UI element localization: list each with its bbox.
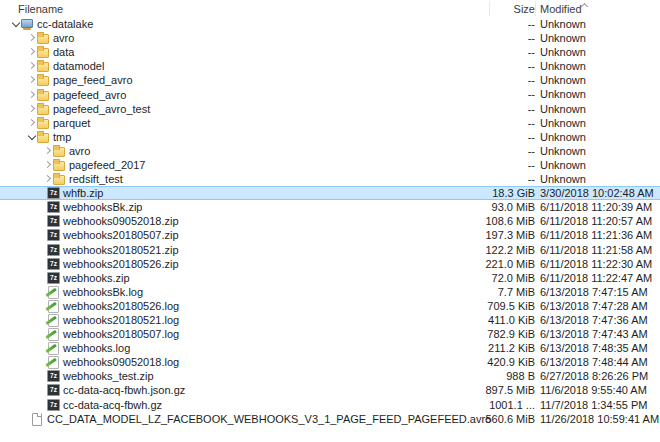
7zip-archive-icon: 7z <box>47 215 60 227</box>
file-name: webhooks_test.zip <box>63 370 154 382</box>
file-name: pagefeed_avro_test <box>53 103 150 115</box>
file-name: CC_DATA_MODEL_LZ_FACEBOOK_WEBHOOKS_V3_1_… <box>47 413 491 425</box>
tree-row[interactable]: 7zcc-data-acq-fbwh.json.gz897.5 MiB11/6/… <box>0 383 660 397</box>
folder-icon <box>53 173 66 185</box>
file-tree: cc-datalake--Unknownavro--Unknowndata--U… <box>0 17 660 426</box>
chevron-right-icon[interactable] <box>27 90 37 100</box>
file-size: 18.3 GiB <box>492 186 535 200</box>
tree-row[interactable]: 7zwhfb.zip18.3 GiB3/30/2018 10:02:48 AM <box>0 186 660 200</box>
tree-row[interactable]: pagefeed_avro--Unknown <box>0 87 660 101</box>
folder-icon <box>37 131 50 143</box>
tree-row[interactable]: webhooks20180526.log709.5 KiB6/13/2018 7… <box>0 299 660 313</box>
column-divider[interactable] <box>489 1 490 16</box>
tree-row[interactable]: data--Unknown <box>0 45 660 59</box>
tree-row[interactable]: page_feed_avro--Unknown <box>0 73 660 87</box>
column-divider[interactable] <box>535 1 536 16</box>
file-name: webhooks20180507.log <box>63 328 179 340</box>
tree-row[interactable]: avro--Unknown <box>0 144 660 158</box>
7zip-archive-icon: 7z <box>47 384 60 396</box>
file-modified: 6/11/2018 11:20:39 AM <box>540 200 652 214</box>
tree-row[interactable]: 7zwebhooks.zip72.0 MiB6/11/2018 11:22:47… <box>0 271 660 285</box>
archive-glyph: 7z <box>47 258 60 270</box>
tree-row[interactable]: 7zwebhooks20180507.zip197.3 MiB6/11/2018… <box>0 228 660 242</box>
chevron-up-icon[interactable] <box>581 3 589 9</box>
log-file-icon <box>47 300 60 312</box>
file-modified: 6/11/2018 11:20:57 AM <box>540 214 652 228</box>
file-name: webhooksBk.log <box>63 286 143 298</box>
file-modified: Unknown <box>540 73 586 87</box>
file-size: -- <box>528 102 535 116</box>
file-size: -- <box>528 59 535 73</box>
tree-row[interactable]: CC_DATA_MODEL_LZ_FACEBOOK_WEBHOOKS_V3_1_… <box>0 412 660 426</box>
file-name: webhooks.zip <box>63 272 130 284</box>
tree-row[interactable]: pagefeed_avro_test--Unknown <box>0 102 660 116</box>
file-name: cc-datalake <box>37 18 93 30</box>
file-size: 211.2 KiB <box>488 341 535 355</box>
tree-row[interactable]: datamodel--Unknown <box>0 59 660 73</box>
folder-icon <box>37 89 50 101</box>
tree-row[interactable]: webhooks20180521.log411.0 KiB6/13/2018 7… <box>0 313 660 327</box>
file-size: -- <box>528 172 535 186</box>
log-file-icon <box>47 356 60 368</box>
file-size: -- <box>528 87 535 101</box>
tree-row[interactable]: tmp--Unknown <box>0 130 660 144</box>
chevron-right-icon[interactable] <box>43 160 53 170</box>
file-size: -- <box>528 45 535 59</box>
tree-row[interactable]: webhooksBk.log7.7 MiB6/13/2018 7:47:15 A… <box>0 285 660 299</box>
tree-row[interactable]: parquet--Unknown <box>0 116 660 130</box>
column-header-modified[interactable]: Modified <box>540 3 582 15</box>
archive-glyph: 7z <box>47 370 60 382</box>
file-modified: Unknown <box>540 172 586 186</box>
archive-glyph: 7z <box>47 384 60 396</box>
file-modified: Unknown <box>540 17 586 31</box>
file-size: 1001.1 ... <box>489 398 535 412</box>
log-file-icon <box>47 314 60 326</box>
chevron-down-icon[interactable] <box>11 19 21 29</box>
column-header-size[interactable]: Size <box>514 3 535 15</box>
file-modified: 11/6/2018 9:55:40 AM <box>540 383 647 397</box>
file-size: 197.3 MiB <box>485 228 535 242</box>
file-modified: Unknown <box>540 31 586 45</box>
column-header-row: Filename Size Modified <box>0 0 660 17</box>
7zip-archive-icon: 7z <box>47 258 60 270</box>
chevron-right-icon[interactable] <box>27 104 37 114</box>
tree-row[interactable]: webhooks09052018.log420.9 KiB6/13/2018 7… <box>0 355 660 369</box>
archive-glyph: 7z <box>47 229 60 241</box>
folder-icon <box>37 46 50 58</box>
chevron-right-icon[interactable] <box>27 47 37 57</box>
chevron-right-icon[interactable] <box>43 174 53 184</box>
tree-row[interactable]: 7zwebhooks20180526.zip221.0 MiB6/11/2018… <box>0 257 660 271</box>
tree-row[interactable]: webhooks20180507.log782.9 KiB6/13/2018 7… <box>0 327 660 341</box>
file-modified: Unknown <box>540 102 586 116</box>
tree-row[interactable]: 7zcc-data-acq-fbwh.gz1001.1 ...11/7/2018… <box>0 398 660 412</box>
file-modified: 11/26/2018 10:59:41 AM <box>540 412 659 426</box>
chevron-down-icon[interactable] <box>27 132 37 142</box>
folder-icon <box>37 74 50 86</box>
tree-row[interactable]: 7zwebhooks_test.zip988 B6/27/2018 8:26:2… <box>0 369 660 383</box>
file-size: 221.0 MiB <box>485 257 535 271</box>
file-name: webhooksBk.zip <box>63 201 143 213</box>
tree-row[interactable]: avro--Unknown <box>0 31 660 45</box>
tree-row[interactable]: 7zwebhooks20180521.zip122.2 MiB6/11/2018… <box>0 243 660 257</box>
7zip-archive-icon: 7z <box>47 272 60 284</box>
tree-row[interactable]: redsift_test--Unknown <box>0 172 660 186</box>
tree-row[interactable]: 7zwebhooks09052018.zip108.6 MiB6/11/2018… <box>0 214 660 228</box>
tree-row[interactable]: webhooks.log211.2 KiB6/13/2018 7:48:35 A… <box>0 341 660 355</box>
chevron-right-icon[interactable] <box>43 146 53 156</box>
chevron-right-icon[interactable] <box>27 61 37 71</box>
tree-row[interactable]: pagefeed_2017--Unknown <box>0 158 660 172</box>
chevron-right-icon[interactable] <box>27 33 37 43</box>
archive-glyph: 7z <box>47 244 60 256</box>
column-header-filename[interactable]: Filename <box>18 3 63 15</box>
tree-row[interactable]: cc-datalake--Unknown <box>0 17 660 31</box>
folder-icon <box>37 117 50 129</box>
file-size: 72.0 MiB <box>492 271 535 285</box>
tree-row[interactable]: 7zwebhooksBk.zip93.0 MiB6/11/2018 11:20:… <box>0 200 660 214</box>
chevron-right-icon[interactable] <box>27 75 37 85</box>
file-modified: 6/27/2018 8:26:26 PM <box>540 369 648 383</box>
file-name: data <box>53 46 74 58</box>
file-name: pagefeed_avro <box>53 89 126 101</box>
file-modified: Unknown <box>540 87 586 101</box>
chevron-right-icon[interactable] <box>27 118 37 128</box>
file-modified: 6/13/2018 7:47:36 AM <box>540 313 648 327</box>
